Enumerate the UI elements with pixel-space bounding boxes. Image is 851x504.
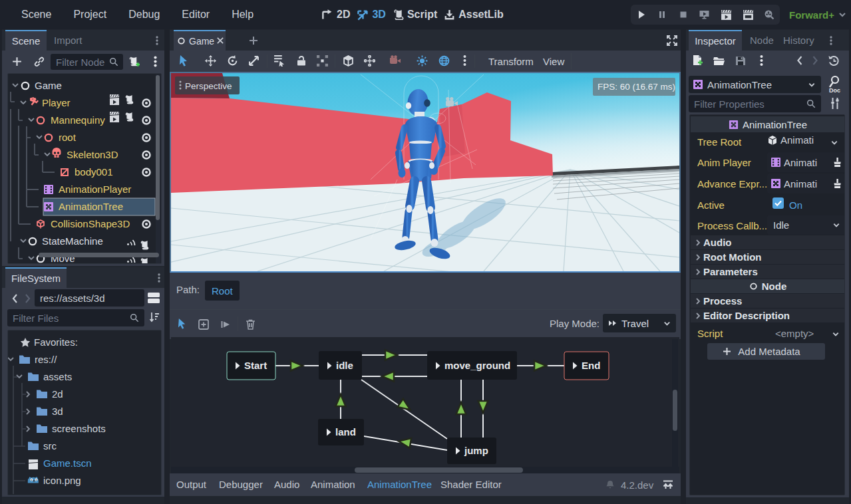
svg-text:End: End [582, 360, 600, 371]
svg-text:idle: idle [336, 360, 353, 371]
svg-text:FPS: 60 (16.67 ms): FPS: 60 (16.67 ms) [597, 82, 675, 92]
svg-text:jump: jump [464, 445, 488, 456]
svg-text:Start: Start [244, 360, 267, 371]
svg-text:Doc: Doc [829, 87, 840, 93]
svg-text:land: land [335, 426, 356, 438]
svg-text:Perspective: Perspective [185, 81, 232, 91]
svg-text:move_ground: move_ground [444, 360, 510, 371]
